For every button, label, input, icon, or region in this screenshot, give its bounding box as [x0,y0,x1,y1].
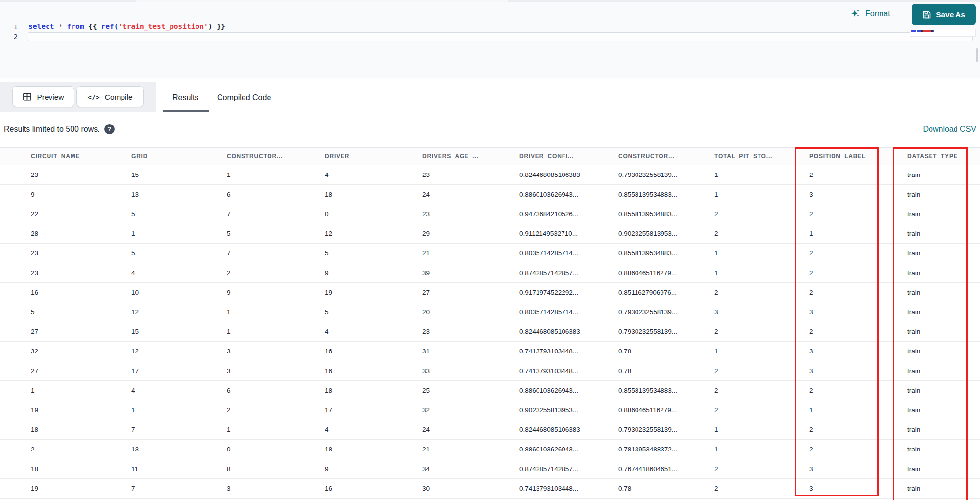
table-cell: 2 [809,210,907,218]
tab-results[interactable]: Results [172,93,198,102]
table-cell: 7 [227,250,325,257]
table-cell: 0.9112149532710... [519,230,618,237]
editor-scrollbar[interactable] [976,48,978,62]
table-cell: 9 [325,465,422,473]
ide-window: Format Save As 1 2 select * from {{ ref(… [0,0,980,500]
table-cell: 2 [809,269,907,276]
code-token: * [58,23,63,30]
table-cell: 19 [31,406,131,414]
table-cell: 2 [809,426,907,433]
active-line-highlight[interactable] [28,32,973,41]
table-row: 213018210.8860103626943...0.781395348837… [0,440,980,459]
save-as-button[interactable]: Save As [912,4,976,25]
table-cell: 2 [714,387,809,394]
table-cell: 1 [227,308,325,316]
table-cell: 4 [325,328,422,335]
table-cell: 3 [809,308,907,316]
column-header-constructor: CONSTRUCTOR... [618,153,714,160]
table-cell: 0.9473684210526... [519,210,618,218]
table-cell: 1 [131,406,227,414]
table-cell: 0.8558139534883... [618,387,714,394]
table-cell: 12 [325,230,422,237]
table-cell: train [907,230,980,237]
table-cell: train [907,210,980,218]
table-cell: 27 [31,367,131,375]
table-cell: 24 [422,191,519,198]
table-cell: 5 [131,210,227,218]
table-cell: 18 [31,426,131,433]
table-cell: 28 [31,230,131,237]
table-cell: 7 [131,426,227,433]
table-cell: 3 [809,191,907,198]
table-cell: 21 [422,446,519,453]
table-cell: 0.7674418604651... [618,465,714,473]
table-cell: 0.9023255813953... [519,406,618,414]
table-cell: 18 [325,446,422,453]
table-cell: 4 [131,387,227,394]
table-cell: 19 [31,485,131,492]
format-button[interactable]: Format [850,6,890,21]
table-cell: 25 [422,387,519,394]
preview-button[interactable]: Preview [12,86,74,107]
table-cell: train [907,348,980,355]
table-cell: train [907,485,980,492]
table-row: 23429390.8742857142857...0.8860465116279… [0,263,980,283]
table-cell: 0.7413793103448... [519,367,618,375]
tab-compiled-code[interactable]: Compiled Code [217,93,271,102]
table-cell: 9 [31,191,131,198]
table-cell: 0.78 [618,348,714,355]
editor-minimap[interactable] [910,29,976,37]
table-cell: 23 [31,250,131,257]
table-row: 197316300.7413793103448...0.7823train [0,479,980,499]
table-cell: 0.8558139534883... [618,210,714,218]
table-cell: train [907,426,980,433]
download-csv-link[interactable]: Download CSV [923,125,977,134]
sql-editor[interactable]: Format Save As 1 2 select * from {{ ref(… [0,2,980,78]
table-row: 181189340.8742857142857...0.767441860465… [0,459,980,479]
table-cell: 3 [714,308,809,316]
table-cell: 27 [422,289,519,296]
table-cell: 5 [131,250,227,257]
table-cell: 3 [227,367,325,375]
table-cell: 2 [714,210,809,218]
table-body: 231514230.8244680851063830.7930232558139… [0,165,980,499]
table-cell: 2 [714,485,809,492]
table-cell: 7 [227,210,325,218]
table-cell: 1 [714,171,809,178]
table-cell: 0.7930232558139... [618,328,714,335]
table-cell: 1 [714,269,809,276]
compile-button[interactable]: </> Compile [76,86,144,107]
table-row: 14618250.8860103626943...0.8558139534883… [0,381,980,400]
table-cell: 2 [31,446,131,453]
table-cell: 0.8035714285714... [519,250,618,257]
table-cell: 0.8860465116279... [618,406,714,414]
table-cell: 2 [714,465,809,473]
table-cell: 15 [131,328,227,335]
table-cell: 19 [325,289,422,296]
table-cell: 9 [227,289,325,296]
table-cell: 3 [809,465,907,473]
table-cell: 3 [227,348,325,355]
table-cell: 3 [809,485,907,492]
code-line[interactable]: select * from {{ ref('train_test_positio… [28,23,225,30]
table-cell: 16 [325,485,422,492]
table-cell: 12 [131,348,227,355]
table-cell: 1 [227,171,325,178]
table-cell: 0.824468085106383 [519,171,618,178]
code-token: ref( [101,23,118,30]
table-cell: 0.7930232558139... [618,426,714,433]
help-icon[interactable]: ? [104,124,115,134]
table-cell: 0.7930232558139... [618,308,714,316]
table-cell: 32 [31,348,131,355]
column-header-drivers-age: DRIVERS_AGE_... [422,153,519,160]
table-cell: 33 [422,367,519,375]
code-token [54,23,58,30]
table-cell: 18 [325,387,422,394]
table-cell: 1 [714,348,809,355]
table-cell: 18 [325,191,422,198]
table-row: 191217320.9023255813953...0.886046511627… [0,400,980,420]
table-cell: 9 [325,269,422,276]
table-cell: 1 [809,406,907,414]
table-row: 18714240.8244680851063830.7930232558139.… [0,420,980,440]
table-cell: train [907,171,980,178]
